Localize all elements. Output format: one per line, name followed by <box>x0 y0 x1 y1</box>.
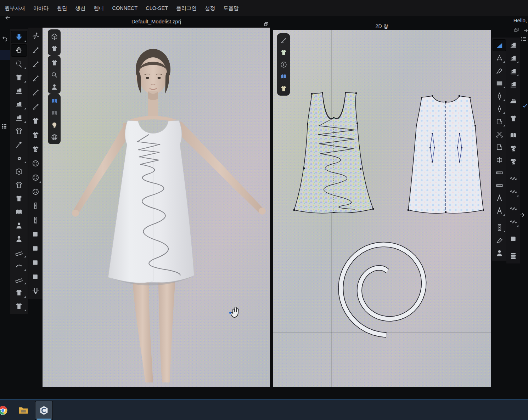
awl-tool-icon[interactable] <box>278 35 289 46</box>
needle-garment-tool[interactable] <box>29 44 42 56</box>
ruler-tool[interactable] <box>11 273 27 285</box>
pan-hand-tool[interactable] <box>11 45 27 56</box>
buttonhole-lock-tool[interactable] <box>29 186 42 198</box>
pattern-piece-spiral-ruffle[interactable] <box>341 244 424 335</box>
fabric-view-dark-icon[interactable] <box>49 107 60 119</box>
transform-pattern-tool[interactable] <box>493 40 506 51</box>
garment-height-measure-tool[interactable] <box>11 246 27 258</box>
twist-tool[interactable] <box>11 152 27 164</box>
annotation-pen-tool[interactable] <box>493 235 506 246</box>
menu-production[interactable]: 생산 <box>74 4 87 12</box>
needle-drape-alt-tool[interactable] <box>29 101 42 113</box>
button-flag-tool[interactable] <box>29 158 42 169</box>
needle-garment-third-tool[interactable] <box>29 73 42 84</box>
menu-closet[interactable]: CLO-SET <box>145 5 169 12</box>
window-2d-pattern[interactable] <box>273 30 491 387</box>
drape-garment-tool[interactable] <box>11 72 27 83</box>
restore-window-icon[interactable] <box>514 27 519 33</box>
swatch-tool[interactable] <box>29 228 42 240</box>
rotate-garment-tool[interactable] <box>11 220 27 231</box>
basting-tool[interactable] <box>507 186 519 197</box>
needle-garment-alt-tool[interactable] <box>29 58 42 70</box>
inspect-garment-icon[interactable] <box>49 69 60 80</box>
avatar-head-icon[interactable] <box>49 119 60 131</box>
shirt-measure-edit-tool[interactable] <box>11 300 27 312</box>
shirt-flag-2d-tool[interactable] <box>507 113 519 124</box>
forward-arrow-icon[interactable] <box>523 28 528 33</box>
pattern-piece-front[interactable] <box>293 92 374 213</box>
unfold-pattern-tool[interactable] <box>493 154 506 165</box>
menu-trims[interactable]: 원부자재 <box>4 4 26 12</box>
show-avatar-icon[interactable] <box>49 81 60 92</box>
clo-app-icon[interactable] <box>35 401 52 420</box>
trace-tool[interactable] <box>493 142 506 153</box>
tape-measure-tool[interactable] <box>11 260 27 272</box>
chrome-app-icon[interactable] <box>0 401 11 420</box>
shirt-measure-tool[interactable] <box>11 287 27 299</box>
undo-icon[interactable] <box>2 35 8 42</box>
garment-dissolve-tool[interactable] <box>29 115 42 127</box>
clamp-tool[interactable] <box>29 285 42 297</box>
segment-sewing-tool[interactable] <box>11 98 27 110</box>
file-explorer-icon[interactable] <box>15 401 32 420</box>
list-view-icon[interactable] <box>521 36 527 42</box>
free-sewing-2d-tool[interactable] <box>507 66 519 77</box>
elastic-flag-tool[interactable] <box>507 203 519 214</box>
seam-tape-flag-tool[interactable] <box>493 167 506 178</box>
show-garment-icon[interactable] <box>49 57 60 68</box>
swatch-second-tool[interactable] <box>29 243 42 254</box>
pattern-info-icon[interactable] <box>278 59 289 70</box>
grid-dots-icon[interactable] <box>1 123 7 130</box>
corner-pattern-tool[interactable] <box>493 116 506 127</box>
fabric-add-tool[interactable] <box>507 233 519 244</box>
menu-fabric[interactable]: 원단 <box>56 4 68 12</box>
confirm-check-icon[interactable] <box>522 102 528 109</box>
menu-avatar[interactable]: 아바타 <box>32 4 50 12</box>
rectangle-pattern-tool[interactable] <box>493 78 506 89</box>
free-sewing-tool[interactable] <box>11 112 27 124</box>
show-3d-geometry-icon[interactable] <box>49 31 60 42</box>
quilt-puffer-tool[interactable] <box>507 250 519 261</box>
checker-shirt-flag-tool[interactable] <box>29 129 42 141</box>
fabric-open-tool[interactable] <box>11 206 27 218</box>
fabric-view-blue-icon[interactable] <box>49 95 60 107</box>
simulate-tool[interactable] <box>29 30 42 42</box>
edit-pattern-tool[interactable] <box>493 52 506 63</box>
menu-settings[interactable]: 설정 <box>204 4 216 12</box>
avatar-pattern-tool[interactable] <box>493 248 506 259</box>
checker-flag-2d-tool[interactable] <box>507 143 519 154</box>
checker-2d-tool[interactable] <box>507 156 519 167</box>
lasso-select-tool[interactable] <box>11 58 27 70</box>
menu-connect[interactable]: CONNECT <box>111 5 139 12</box>
sewing-machine-tool[interactable] <box>11 85 27 97</box>
segment-sewing-2d-tool[interactable] <box>507 53 519 64</box>
locked-shirt-icon[interactable] <box>278 83 289 94</box>
back-arrow-icon[interactable] <box>5 15 11 21</box>
sewing-inspect-tool[interactable] <box>507 79 519 90</box>
show-pattern-shirt-icon[interactable] <box>278 47 289 58</box>
sewing-machine-2d-tool[interactable] <box>507 40 519 51</box>
pin-tool[interactable] <box>11 139 27 151</box>
fabric-glue-tool[interactable] <box>507 130 519 141</box>
fold-arrangement-tool[interactable] <box>11 166 27 177</box>
text-tool[interactable] <box>493 205 506 216</box>
cut-tool[interactable] <box>493 129 506 140</box>
edit-curve-tool[interactable] <box>493 65 506 76</box>
dart-tool[interactable] <box>493 91 506 102</box>
needle-drape-tool[interactable] <box>29 87 42 98</box>
seam-tape-tool[interactable] <box>493 180 506 191</box>
fabric-swatch-icon[interactable] <box>278 71 289 82</box>
avatar-garment-tool[interactable] <box>11 233 27 245</box>
menu-plugin[interactable]: 플러그인 <box>175 4 198 12</box>
viewport-3d[interactable] <box>43 28 270 387</box>
select-move-tool[interactable] <box>11 31 27 43</box>
avatar-3d[interactable] <box>43 28 270 387</box>
clone-layer-garment-tool[interactable] <box>11 193 27 204</box>
elastic-tool[interactable] <box>507 216 519 227</box>
vest-sewing-tool[interactable] <box>11 125 27 137</box>
button-tool[interactable] <box>29 172 42 183</box>
zipper-flag-tool[interactable] <box>29 200 42 212</box>
swatch-third-tool[interactable] <box>29 271 42 283</box>
checker-shirt-tool[interactable] <box>29 143 42 155</box>
zipper-tool[interactable] <box>29 214 42 226</box>
